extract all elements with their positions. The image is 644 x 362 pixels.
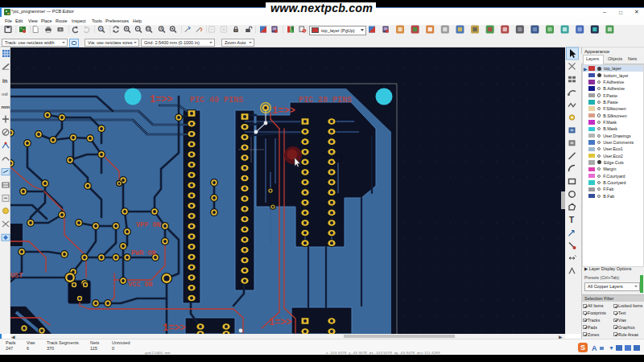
svg-text:T: T (569, 216, 574, 224)
